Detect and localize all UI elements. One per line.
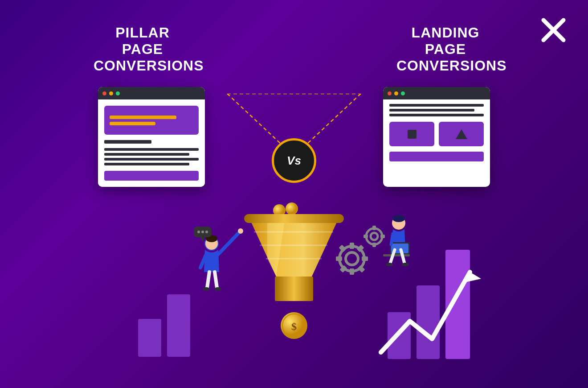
landing-line-1	[389, 104, 484, 107]
vs-text: Vs	[287, 154, 301, 168]
pillar-titlebar	[98, 87, 205, 99]
pillar-small-text	[104, 140, 151, 144]
text-line-4	[104, 163, 189, 165]
titles-row: PILLAR PAGE CONVERSIONS LANDING PAGE CON…	[94, 25, 494, 74]
vs-circle: Vs	[272, 138, 316, 183]
dot-red-pillar	[102, 91, 106, 95]
main-container: PILLAR PAGE CONVERSIONS LANDING PAGE CON…	[0, 0, 588, 388]
pillar-page-mockup	[98, 87, 205, 187]
pillar-page-title: PILLAR PAGE CONVERSIONS	[94, 25, 192, 74]
dot-green-pillar	[116, 91, 120, 95]
dot-green-landing	[401, 91, 405, 95]
landing-page-title: LANDING PAGE CONVERSIONS	[396, 25, 494, 74]
pillar-content	[98, 99, 205, 187]
pillar-cta-button	[104, 171, 199, 181]
landing-line-3	[389, 114, 484, 116]
pillar-text-lines	[104, 148, 199, 165]
pillar-hero-line1	[110, 116, 176, 119]
landing-line-2	[389, 109, 474, 111]
landing-cta-button	[389, 152, 484, 161]
landing-image-left	[389, 122, 434, 146]
pillar-hero-block	[104, 106, 199, 135]
text-line-3	[104, 158, 199, 161]
landing-titlebar	[383, 87, 490, 99]
dot-yellow-landing	[394, 91, 398, 95]
text-line-2	[104, 153, 189, 156]
landing-images	[389, 122, 484, 146]
landing-content	[383, 99, 490, 168]
text-line-1	[104, 148, 199, 151]
dot-red-landing	[388, 91, 392, 95]
x-logo-icon	[541, 18, 566, 47]
landing-page-mockup	[383, 87, 490, 187]
landing-image-right	[439, 122, 484, 146]
pillar-hero-line2	[110, 122, 155, 125]
dot-yellow-pillar	[109, 91, 113, 95]
landing-text-lines	[389, 104, 484, 116]
triangle-icon	[456, 129, 467, 139]
square-icon	[408, 130, 416, 139]
